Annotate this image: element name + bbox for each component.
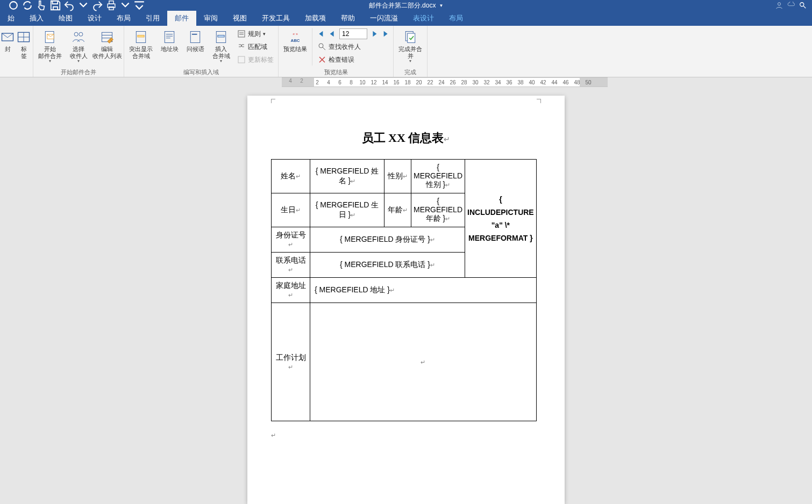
save-icon[interactable] [49, 0, 61, 11]
chevron-down-icon: ▾ [49, 59, 51, 63]
search-icon[interactable] [799, 2, 807, 9]
next-record-button[interactable] [369, 28, 379, 39]
ruler-tick: 10 [359, 80, 365, 85]
tab-layout[interactable]: 布局 [109, 11, 138, 26]
ruler-tick: 4 [289, 78, 292, 84]
tab-start[interactable]: 始 [0, 11, 22, 26]
ruler-tick: 48 [574, 80, 580, 85]
tab-addins[interactable]: 加载项 [297, 11, 333, 26]
match-icon [237, 42, 246, 51]
first-record-button[interactable] [316, 28, 325, 39]
table-row: 工作计划↵ ↵ [272, 303, 537, 421]
field-picture[interactable]: { INCLUDEPICTURE "a" \* MERGEFORMAT } [465, 160, 537, 278]
ruler-tick: 2 [316, 80, 319, 85]
address-block-button[interactable]: 地址块 [158, 28, 181, 53]
qat-more-icon[interactable] [133, 0, 145, 11]
svg-point-13 [79, 32, 83, 36]
rules-button[interactable]: 规则 ▾ [235, 28, 276, 40]
tab-draw[interactable]: 绘图 [51, 11, 80, 26]
tab-help[interactable]: 帮助 [333, 11, 362, 26]
envelopes-button[interactable]: 封 [2, 28, 13, 53]
document-area[interactable]: 员工 XX 信息表↵ 姓名↵ { MERGEFIELD 姓名 }↵ 性别↵ { … [0, 87, 812, 504]
search-icon [318, 42, 326, 51]
tab-references[interactable]: 引用 [138, 11, 167, 26]
record-number-input[interactable] [339, 28, 367, 39]
label-address: 家庭地址↵ [272, 278, 310, 303]
tab-view[interactable]: 视图 [225, 11, 254, 26]
redo-icon[interactable] [91, 0, 103, 11]
ribbon: 封 标 签 开始 邮件合并 ▾ 选择 收件人 ▾ 编辑 收件人列表 [0, 26, 812, 77]
field-idnum[interactable]: { MERGEFIELD 身份证号 }↵ [310, 227, 465, 253]
print-dd-icon[interactable] [119, 0, 131, 11]
match-fields-button[interactable]: 匹配域 [235, 41, 276, 53]
group-write-insert-fields: 突出显示 合并域 地址块 问候语 插入 合并域 ▾ 规则 ▾ [124, 26, 279, 77]
find-recipient-button[interactable]: 查找收件人 [316, 41, 391, 53]
title-dd-icon[interactable]: ▼ [439, 3, 443, 8]
highlight-merge-fields-button[interactable]: 突出显示 合并域 [126, 28, 155, 60]
group-start-mail-merge: 开始 邮件合并 ▾ 选择 收件人 ▾ 编辑 收件人列表 开始邮件合并 [33, 26, 124, 77]
tab-flow[interactable]: 一闪流溢 [362, 11, 405, 26]
field-age[interactable]: { MERGEFIELD 年龄 }↵ [411, 193, 465, 227]
greeting-line-button[interactable]: 问候语 [183, 28, 207, 53]
paragraph-mark: ↵ [444, 135, 450, 143]
svg-rect-28 [238, 56, 245, 63]
tab-mailings[interactable]: 邮件 [167, 11, 196, 26]
svg-text:ABC: ABC [290, 38, 300, 43]
finish-merge-button[interactable]: 完成并合并 ▾ [396, 28, 425, 63]
ruler-tick: 34 [495, 80, 501, 85]
tab-table-layout[interactable]: 布局 [441, 11, 471, 26]
document-title-text: 邮件合并第二部分.docx [369, 1, 436, 10]
start-mail-merge-button[interactable]: 开始 邮件合并 ▾ [35, 28, 65, 63]
svg-point-5 [800, 3, 804, 6]
ruler-tick: 16 [393, 80, 399, 85]
label-phone: 联系电话↵ [272, 253, 310, 278]
field-birth[interactable]: { MERGEFIELD 生日 }↵ [310, 193, 384, 227]
tab-insert[interactable]: 插入 [22, 11, 51, 26]
field-address[interactable]: { MERGEFIELD 地址 }↵ [310, 278, 537, 303]
svg-rect-18 [138, 35, 144, 38]
ruler-tick: 38 [517, 80, 523, 85]
print-icon[interactable] [105, 0, 117, 11]
paragraph-mark: ↵ [247, 432, 565, 439]
ruler-tick: 12 [371, 80, 376, 85]
svg-rect-33 [408, 33, 415, 43]
document-heading: 员工 XX 信息表↵ [247, 130, 565, 146]
field-name[interactable]: { MERGEFIELD 姓名 }↵ [310, 160, 384, 193]
preview-results-button[interactable]: « »ABC 预览结果 [281, 28, 310, 53]
last-record-button[interactable] [381, 28, 391, 39]
ribbon-tabs: 始 插入 绘图 设计 布局 引用 邮件 审阅 视图 开发工具 加载项 帮助 一闪… [0, 11, 812, 26]
svg-point-31 [319, 44, 323, 48]
insert-merge-field-button[interactable]: 插入 合并域 ▾ [209, 28, 233, 63]
tab-design[interactable]: 设计 [80, 11, 109, 26]
horizontal-ruler[interactable]: 2468101214161820222426283032343638404244… [0, 77, 812, 87]
ruler-tick: 50 [585, 80, 591, 85]
user-icon[interactable] [775, 2, 783, 9]
field-gender[interactable]: { MERGEFIELD 性别 }↵ [411, 160, 465, 193]
cloud-icon[interactable] [787, 2, 795, 9]
touch-icon[interactable] [35, 0, 47, 11]
ruler-tick: 32 [483, 80, 489, 85]
update-icon [237, 55, 246, 64]
tab-developer[interactable]: 开发工具 [254, 11, 297, 26]
undo-dd-icon[interactable] [77, 0, 89, 11]
tab-table-design[interactable]: 表设计 [405, 11, 441, 26]
ruler-tick: 24 [438, 80, 444, 85]
prev-record-button[interactable] [327, 28, 337, 39]
edit-recipient-list-button[interactable]: 编辑 收件人列表 [92, 28, 122, 60]
check-errors-button[interactable]: 检查错误 [316, 54, 391, 66]
tab-review[interactable]: 审阅 [196, 11, 225, 26]
title-right-controls [775, 2, 807, 9]
labels-button[interactable]: 标 签 [15, 28, 32, 60]
close-icon[interactable] [8, 0, 19, 11]
select-recipients-button[interactable]: 选择 收件人 ▾ [67, 28, 90, 63]
sync-icon[interactable] [22, 0, 33, 11]
undo-icon[interactable] [63, 0, 75, 11]
group-label-start: 开始邮件合并 [35, 68, 122, 77]
page: 员工 XX 信息表↵ 姓名↵ { MERGEFIELD 姓名 }↵ 性别↵ { … [247, 96, 565, 504]
field-plan[interactable]: ↵ [310, 303, 537, 421]
ruler-tick: 30 [472, 80, 478, 85]
window-title: 邮件合并第二部分.docx ▼ [369, 1, 444, 10]
ruler-tick: 42 [540, 80, 546, 85]
field-phone[interactable]: { MERGEFIELD 联系电话 }↵ [310, 253, 465, 278]
label-plan: 工作计划↵ [272, 303, 310, 421]
